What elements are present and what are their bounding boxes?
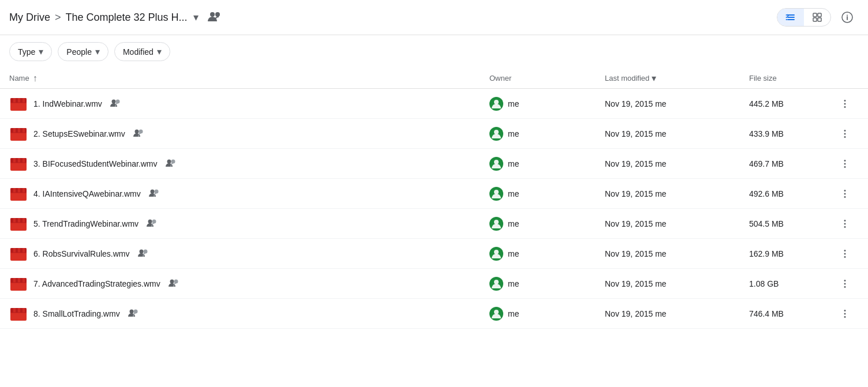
more-options-button[interactable] <box>836 185 854 203</box>
owner-cell: me <box>489 157 605 171</box>
view-toggle <box>777 8 831 27</box>
svg-rect-25 <box>13 128 16 133</box>
svg-rect-40 <box>23 158 25 163</box>
col-last-modified-label: Last modified <box>605 74 649 82</box>
header-actions <box>777 6 859 29</box>
file-name-text: 8. SmallLotTrading.wmv <box>33 309 120 318</box>
owner-name: me <box>508 219 519 228</box>
file-name-text: 6. RobsSurvivalRules.wmv <box>33 249 130 258</box>
breadcrumb-my-drive[interactable]: My Drive <box>9 12 50 24</box>
svg-point-44 <box>494 160 499 164</box>
modified-filter-chevron: ▾ <box>157 46 162 57</box>
svg-point-68 <box>148 219 152 223</box>
filter-row: Type ▾ People ▾ Modified ▾ <box>0 35 868 68</box>
file-icon <box>9 185 28 203</box>
svg-point-98 <box>844 283 846 284</box>
svg-point-59 <box>844 193 846 194</box>
svg-rect-104 <box>18 308 20 313</box>
grid-view-button[interactable] <box>804 9 830 26</box>
svg-point-32 <box>844 130 846 131</box>
shared-users-icon <box>133 129 144 139</box>
owner-avatar <box>489 127 503 141</box>
table-row: 6. RobsSurvivalRules.wmv me Nov 19, 2015… <box>0 239 868 269</box>
last-modified-cell: Nov 19, 2015 me <box>605 249 749 258</box>
table-header: Name ↑ Owner Last modified ▾ File size <box>0 68 868 89</box>
svg-rect-26 <box>18 128 20 133</box>
owner-cell: me <box>489 127 605 141</box>
last-modified-cell: Nov 19, 2015 me <box>605 159 749 168</box>
more-options-button[interactable] <box>836 275 854 293</box>
more-options-button[interactable] <box>836 125 854 143</box>
svg-point-96 <box>494 280 499 284</box>
svg-point-109 <box>494 310 499 314</box>
file-name-text: 1. IndWebinar.wmv <box>33 99 102 108</box>
svg-point-45 <box>844 160 846 161</box>
people-filter-button[interactable]: People ▾ <box>58 42 108 61</box>
file-icon <box>9 95 28 113</box>
svg-rect-90 <box>13 278 16 283</box>
svg-point-0 <box>210 12 215 17</box>
file-size-cell: 433.9 MB <box>749 129 836 138</box>
owner-cell: me <box>489 307 605 321</box>
svg-point-84 <box>844 250 846 251</box>
more-options-button[interactable] <box>836 245 854 263</box>
svg-point-31 <box>494 130 499 134</box>
owner-name: me <box>508 99 519 108</box>
svg-rect-91 <box>18 278 20 283</box>
last-modified-sort-arrow: ▾ <box>652 73 656 84</box>
shared-folder-icon <box>208 10 222 25</box>
file-name-cell: 1. IndWebinar.wmv <box>9 95 489 113</box>
svg-point-21 <box>844 106 846 108</box>
more-options-button[interactable] <box>836 95 854 113</box>
shared-users-icon <box>138 249 148 259</box>
name-sort-arrow: ↑ <box>33 73 38 84</box>
file-name-cell: 8. SmallLotTrading.wmv <box>9 305 489 323</box>
svg-rect-38 <box>13 158 16 163</box>
svg-rect-77 <box>13 248 16 253</box>
svg-rect-52 <box>18 188 20 193</box>
table-row: 7. AdvancedTradingStrategies.wmv me Nov … <box>0 269 868 299</box>
svg-point-71 <box>844 220 846 221</box>
svg-rect-27 <box>23 128 25 133</box>
owner-cell: me <box>489 247 605 261</box>
more-options-button[interactable] <box>836 215 854 233</box>
file-name-text: 5. TrendTradingWebinar.wmv <box>33 219 139 228</box>
svg-point-86 <box>844 256 846 258</box>
table-row: 8. SmallLotTrading.wmv me Nov 19, 2015 m… <box>0 299 868 329</box>
svg-rect-5 <box>818 18 821 21</box>
file-name-text: 7. AdvancedTradingStrategies.wmv <box>33 279 160 288</box>
modified-filter-button[interactable]: Modified ▾ <box>114 42 170 61</box>
file-size-cell: 492.6 MB <box>749 189 836 198</box>
more-options-button[interactable] <box>836 155 854 173</box>
svg-rect-2 <box>813 13 817 17</box>
file-size-cell: 445.2 MB <box>749 99 836 108</box>
info-button[interactable] <box>836 6 859 29</box>
file-icon <box>9 275 28 293</box>
people-filter-chevron: ▾ <box>95 46 100 57</box>
col-name-header[interactable]: Name ↑ <box>9 73 489 84</box>
col-last-modified-header[interactable]: Last modified ▾ <box>605 73 749 84</box>
folder-dropdown-icon[interactable]: ▾ <box>193 11 199 24</box>
last-modified-cell: Nov 19, 2015 me <box>605 129 749 138</box>
svg-point-111 <box>844 313 846 314</box>
file-icon <box>9 125 28 143</box>
svg-point-110 <box>844 310 846 311</box>
svg-point-34 <box>844 136 846 138</box>
owner-name: me <box>508 189 519 198</box>
svg-point-85 <box>844 253 846 254</box>
svg-point-73 <box>844 226 846 228</box>
svg-point-60 <box>844 196 846 198</box>
breadcrumb-separator: > <box>55 12 61 24</box>
modified-filter-label: Modified <box>123 47 154 57</box>
type-filter-button[interactable]: Type ▾ <box>9 42 52 61</box>
svg-point-19 <box>844 100 846 102</box>
owner-cell: me <box>489 277 605 291</box>
file-size-cell: 1.08 GB <box>749 279 836 288</box>
svg-rect-13 <box>18 98 20 103</box>
more-options-button[interactable] <box>836 305 854 323</box>
list-view-button[interactable] <box>777 9 804 26</box>
svg-rect-51 <box>13 188 16 193</box>
shared-users-icon <box>149 189 159 199</box>
owner-avatar <box>489 217 503 231</box>
svg-rect-12 <box>13 98 16 103</box>
